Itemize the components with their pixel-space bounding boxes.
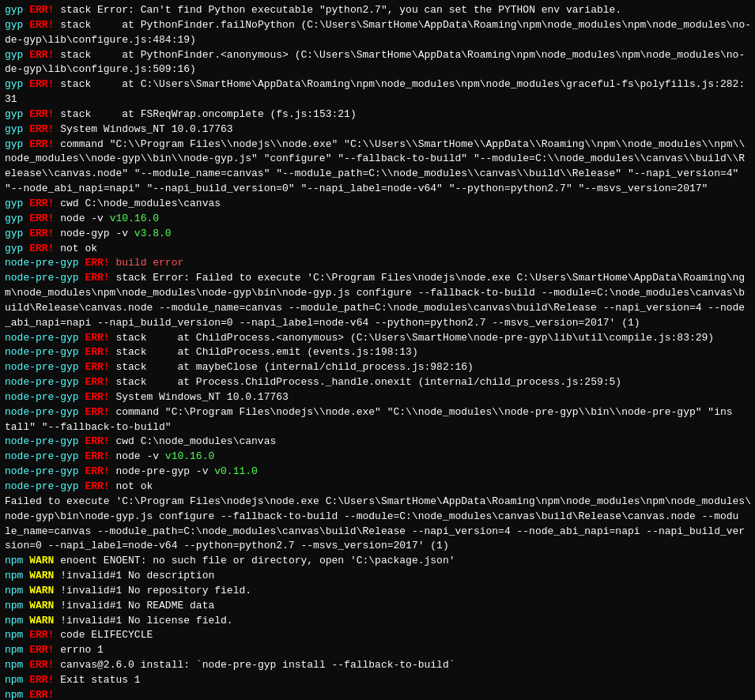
terminal-line: de-gyp\lib\configure.js:509:16) (5, 62, 750, 77)
terminal-line: gyp ERR! System Windows_NT 10.0.17763 (5, 122, 750, 137)
terminal-line: npm ERR! errno 1 (5, 643, 750, 658)
terminal-line: node-pre-gyp ERR! stack Error: Failed to… (5, 271, 750, 286)
terminal-line: npm WARN !invalid#1 No license field. (5, 614, 750, 629)
terminal-line: gyp ERR! node-gyp -v v3.8.0 (5, 227, 750, 242)
terminal-window[interactable]: gyp ERR! stack Error: Can't find Python … (0, 0, 755, 700)
terminal-line: node-gyp\bin\node-gyp.js configure --fal… (5, 510, 750, 525)
terminal-line: Failed to execute 'C:\Program Files\node… (5, 495, 750, 510)
terminal-line: node-pre-gyp ERR! command "C:\Program Fi… (5, 405, 750, 420)
terminal-line: gyp ERR! command "C:\\Program Files\\nod… (5, 137, 750, 152)
terminal-line: npm WARN !invalid#1 No description (5, 569, 750, 584)
terminal-line: node-pre-gyp ERR! stack at maybeClose (i… (5, 360, 750, 375)
terminal-line: npm ERR! Exit status 1 (5, 673, 750, 688)
terminal-line: sion=0 --napi_label=node-v64 --python=py… (5, 539, 750, 554)
terminal-line: node-pre-gyp ERR! stack at ChildProcess.… (5, 331, 750, 346)
terminal-line: node-pre-gyp ERR! not ok (5, 480, 750, 495)
terminal-line: npm WARN !invalid#1 No README data (5, 599, 750, 614)
terminal-line: gyp ERR! cwd C:\node_modules\canvas (5, 197, 750, 212)
terminal-line: m\node_modules\npm\node_modules\node-gyp… (5, 286, 750, 301)
terminal-line: gyp ERR! stack at PythonFinder.<anonymou… (5, 48, 750, 63)
terminal-line: gyp ERR! stack Error: Can't find Python … (5, 3, 750, 18)
terminal-line: gyp ERR! stack at FSReqWrap.oncomplete (… (5, 107, 750, 122)
terminal-line: node-pre-gyp ERR! build error (5, 256, 750, 271)
terminal-line: gyp ERR! stack at PythonFinder.failNoPyt… (5, 18, 750, 33)
terminal-line: node-pre-gyp ERR! node-pre-gyp -v v0.11.… (5, 465, 750, 480)
terminal-line: elease\\canvas.node" "--module_name=canv… (5, 167, 750, 182)
terminal-line: de-gyp\lib\configure.js:484:19) (5, 33, 750, 48)
terminal-line: tall" "--fallback-to-build" (5, 420, 750, 435)
terminal-line: "--node_abi_napi=napi" "--napi_build_ver… (5, 182, 750, 197)
terminal-line: _abi_napi=napi --napi_build_version=0 --… (5, 316, 750, 331)
terminal-line: node-pre-gyp ERR! cwd C:\node_modules\ca… (5, 435, 750, 450)
terminal-line: npm ERR! code ELIFECYCLE (5, 628, 750, 643)
terminal-line: npm WARN enoent ENOENT: no such file or … (5, 554, 750, 569)
terminal-line: le_name=canvas --module_path=C:\node_mod… (5, 525, 750, 540)
terminal-line: npm ERR! canvas@2.6.0 install: `node-pre… (5, 658, 750, 673)
terminal-line: node-pre-gyp ERR! System Windows_NT 10.0… (5, 390, 750, 405)
terminal-line: npm WARN !invalid#1 No repository field. (5, 584, 750, 599)
terminal-line: node-pre-gyp ERR! node -v v10.16.0 (5, 450, 750, 465)
terminal-line: gyp ERR! stack at C:\Users\SmartHome\App… (5, 77, 750, 92)
terminal-line: node-pre-gyp ERR! stack at Process.Child… (5, 375, 750, 390)
terminal-line: node-pre-gyp ERR! stack at ChildProcess.… (5, 345, 750, 360)
terminal-line: uild\Release\canvas.node --module_name=c… (5, 301, 750, 316)
terminal-line: npm ERR! (5, 688, 750, 700)
terminal-line: gyp ERR! not ok (5, 242, 750, 257)
terminal-line: node_modules\\node-gyp\\bin\\node-gyp.js… (5, 152, 750, 167)
terminal-line: 31 (5, 92, 750, 107)
terminal-line: gyp ERR! node -v v10.16.0 (5, 212, 750, 227)
